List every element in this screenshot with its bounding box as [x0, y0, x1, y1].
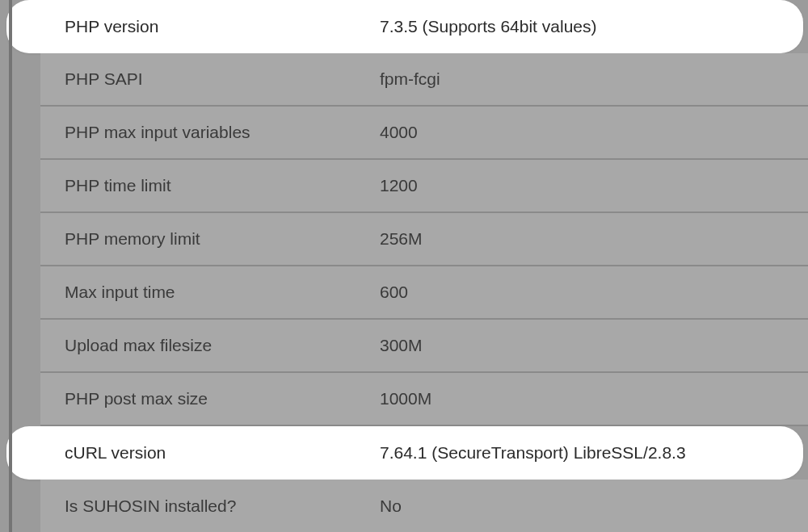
- label-upload-max-filesize: Upload max filesize: [65, 336, 380, 355]
- value-upload-max-filesize: 300M: [380, 336, 808, 355]
- value-php-sapi: fpm-fcgi: [380, 69, 808, 89]
- value-php-post-max-size: 1000M: [380, 389, 808, 408]
- row-php-memory-limit: PHP memory limit 256M: [40, 213, 808, 266]
- value-php-version: 7.3.5 (Supports 64bit values): [380, 17, 803, 36]
- system-info-panel: PHP version 7.3.5 (Supports 64bit values…: [0, 0, 808, 532]
- label-php-max-input-vars: PHP max input variables: [65, 123, 380, 142]
- value-suhosin: No: [380, 496, 808, 516]
- label-php-time-limit: PHP time limit: [65, 176, 380, 195]
- value-php-time-limit: 1200: [380, 176, 808, 195]
- label-php-sapi: PHP SAPI: [65, 69, 380, 89]
- row-max-input-time: Max input time 600: [40, 266, 808, 320]
- value-max-input-time: 600: [380, 283, 808, 302]
- label-php-post-max-size: PHP post max size: [65, 389, 380, 408]
- label-php-memory-limit: PHP memory limit: [65, 229, 380, 249]
- row-php-sapi: PHP SAPI fpm-fcgi: [40, 53, 808, 107]
- row-php-post-max-size: PHP post max size 1000M: [40, 373, 808, 426]
- label-curl-version: cURL version: [65, 443, 380, 463]
- row-curl-version: cURL version 7.64.1 (SecureTransport) Li…: [6, 426, 803, 480]
- value-php-max-input-vars: 4000: [380, 123, 808, 142]
- value-curl-version: 7.64.1 (SecureTransport) LibreSSL/2.8.3: [380, 443, 803, 463]
- row-suhosin: Is SUHOSIN installed? No: [40, 480, 808, 532]
- left-border: [9, 0, 12, 532]
- label-suhosin: Is SUHOSIN installed?: [65, 496, 380, 516]
- label-max-input-time: Max input time: [65, 283, 380, 302]
- label-php-version: PHP version: [65, 17, 380, 36]
- row-upload-max-filesize: Upload max filesize 300M: [40, 320, 808, 373]
- info-table: PHP version 7.3.5 (Supports 64bit values…: [40, 0, 808, 532]
- value-php-memory-limit: 256M: [380, 229, 808, 249]
- row-php-version: PHP version 7.3.5 (Supports 64bit values…: [6, 0, 803, 53]
- row-php-time-limit: PHP time limit 1200: [40, 160, 808, 213]
- row-php-max-input-vars: PHP max input variables 4000: [40, 107, 808, 160]
